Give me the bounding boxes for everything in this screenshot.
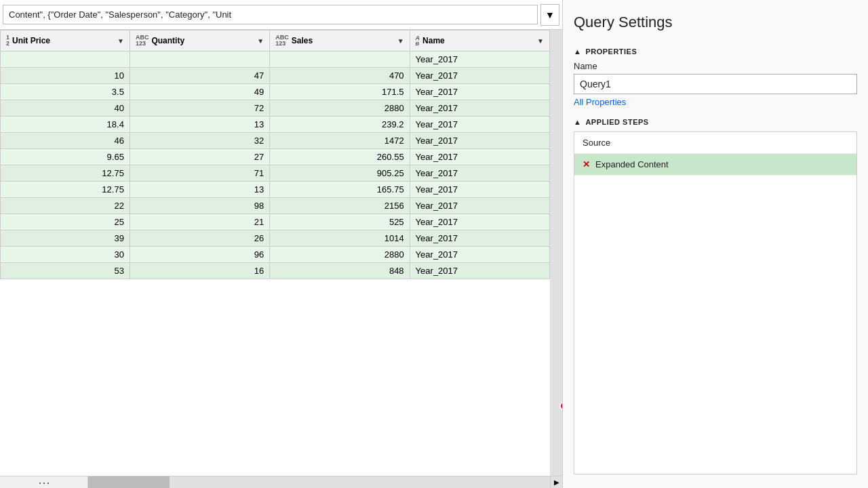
table-row: 9.65 27 260.55 Year_2017 — [1, 149, 550, 165]
step-label: Expanded Content — [595, 159, 669, 169]
cell-unit-price: 18.4 — [1, 117, 130, 133]
col-filter-unit-price[interactable]: ▼ — [117, 37, 124, 45]
cell-quantity: 98 — [130, 198, 269, 214]
cell-quantity: 21 — [130, 214, 269, 230]
cell-quantity: 26 — [130, 230, 269, 247]
cell-quantity: 47 — [130, 68, 269, 84]
horizontal-scrollbar-thumb[interactable] — [88, 476, 170, 488]
properties-section: ▲ PROPERTIES Name All Properties — [574, 47, 857, 107]
horizontal-scrollbar-row: ⋯ ▶ — [0, 476, 562, 488]
table-body: Year_2017 10 47 470 Year_2017 3.5 49 171… — [1, 52, 550, 279]
cell-unit-price: 39 — [1, 230, 130, 247]
applied-steps-section-label: ▲ APPLIED STEPS — [574, 118, 857, 126]
cell-sales: 2880 — [270, 247, 410, 263]
table-row: 46 32 1472 Year_2017 — [1, 133, 550, 149]
cell-name: Year_2017 — [410, 230, 549, 247]
applied-steps-section: ▲ APPLIED STEPS Source✕Expanded Content — [574, 118, 857, 474]
cell-quantity: 16 — [130, 263, 269, 279]
cell-name: Year_2017 — [410, 52, 549, 68]
right-panel: Query Settings ▲ PROPERTIES Name All Pro… — [563, 0, 868, 488]
cell-name: Year_2017 — [410, 68, 549, 84]
col-filter-quantity[interactable]: ▼ — [257, 37, 264, 45]
col-type-unit-price: 12 — [6, 35, 9, 47]
cell-unit-price: 12.75 — [1, 165, 130, 182]
formula-bar: Content", {"Order Date", "Salesperson", … — [0, 0, 562, 30]
col-header-sales: ABC123 Sales ▼ — [270, 30, 410, 52]
cell-sales — [270, 52, 410, 68]
cell-sales: 260.55 — [270, 149, 410, 165]
cell-quantity: 32 — [130, 133, 269, 149]
table-inner: 12 Unit Price ▼ ABC123 Quan — [0, 30, 550, 476]
cell-sales: 525 — [270, 214, 410, 230]
col-label-sales: Sales — [292, 36, 313, 45]
cell-quantity — [130, 52, 269, 68]
col-header-unit-price: 12 Unit Price ▼ — [1, 30, 130, 52]
cell-name: Year_2017 — [410, 263, 549, 279]
cell-sales: 2880 — [270, 100, 410, 117]
cell-quantity: 13 — [130, 182, 269, 198]
all-properties-link[interactable]: All Properties — [574, 97, 626, 107]
step-label: Source — [583, 138, 610, 148]
properties-label-text: PROPERTIES — [585, 47, 637, 56]
cell-quantity: 96 — [130, 247, 269, 263]
scroll-position-indicator: ⋯ — [0, 476, 88, 488]
cell-quantity: 72 — [130, 100, 269, 117]
cell-unit-price: 30 — [1, 247, 130, 263]
formula-dropdown-button[interactable]: ▼ — [540, 4, 559, 26]
vertical-scrollbar[interactable] — [550, 30, 562, 476]
table-row: 10 47 470 Year_2017 — [1, 68, 550, 84]
col-type-quantity: ABC123 — [136, 35, 149, 47]
cell-name: Year_2017 — [410, 117, 549, 133]
cell-sales: 470 — [270, 68, 410, 84]
applied-steps-triangle-icon: ▲ — [574, 118, 581, 126]
formula-bar-content: Content", {"Order Date", "Salesperson", … — [3, 5, 538, 24]
col-type-sales: ABC123 — [275, 35, 289, 47]
cell-name: Year_2017 — [410, 165, 549, 182]
ellipsis-icon: ⋯ — [38, 475, 50, 489]
cell-unit-price: 25 — [1, 214, 130, 230]
left-panel: Content", {"Order Date", "Salesperson", … — [0, 0, 563, 488]
col-header-name: AB Name ▼ — [410, 30, 549, 52]
cell-unit-price: 9.65 — [1, 149, 130, 165]
data-table: 12 Unit Price ▼ ABC123 Quan — [0, 30, 550, 279]
table-row: 25 21 525 Year_2017 — [1, 214, 550, 230]
cell-name: Year_2017 — [410, 198, 549, 214]
applied-steps-list: Source✕Expanded Content — [574, 131, 857, 474]
cell-name: Year_2017 — [410, 182, 549, 198]
cell-sales: 171.5 — [270, 84, 410, 100]
query-settings-title: Query Settings — [574, 14, 857, 31]
step-row-expanded-content[interactable]: ✕Expanded Content — [574, 154, 856, 176]
cell-quantity: 71 — [130, 165, 269, 182]
cell-unit-price: 22 — [1, 198, 130, 214]
col-filter-sales[interactable]: ▼ — [397, 37, 404, 45]
cell-name: Year_2017 — [410, 214, 549, 230]
applied-steps-label-text: APPLIED STEPS — [585, 118, 648, 126]
cell-quantity: 27 — [130, 149, 269, 165]
cell-name: Year_2017 — [410, 247, 549, 263]
cell-quantity: 13 — [130, 117, 269, 133]
cell-unit-price: 12.75 — [1, 182, 130, 198]
cell-name: Year_2017 — [410, 100, 549, 117]
table-row: 12.75 13 165.75 Year_2017 — [1, 182, 550, 198]
horizontal-scrollbar[interactable] — [88, 476, 550, 488]
scroll-right-button[interactable]: ▶ — [550, 476, 562, 489]
cell-sales: 165.75 — [270, 182, 410, 198]
query-name-input[interactable] — [574, 74, 857, 94]
col-type-name: AB — [416, 35, 420, 47]
cell-sales: 239.2 — [270, 117, 410, 133]
col-label-name: Name — [422, 36, 445, 45]
step-error-icon: ✕ — [583, 159, 590, 169]
cell-sales: 1472 — [270, 133, 410, 149]
name-label: Name — [574, 61, 857, 71]
table-scroll-wrapper: 12 Unit Price ▼ ABC123 Quan — [0, 30, 562, 476]
col-filter-name[interactable]: ▼ — [537, 37, 544, 45]
properties-triangle-icon: ▲ — [574, 47, 581, 56]
cell-unit-price: 40 — [1, 100, 130, 117]
cell-unit-price: 46 — [1, 133, 130, 149]
cell-name: Year_2017 — [410, 149, 549, 165]
col-label-unit-price: Unit Price — [12, 36, 50, 45]
cell-unit-price — [1, 52, 130, 68]
table-row: 22 98 2156 Year_2017 — [1, 198, 550, 214]
table-row: 12.75 71 905.25 Year_2017 — [1, 165, 550, 182]
step-row-source[interactable]: Source — [574, 132, 856, 154]
